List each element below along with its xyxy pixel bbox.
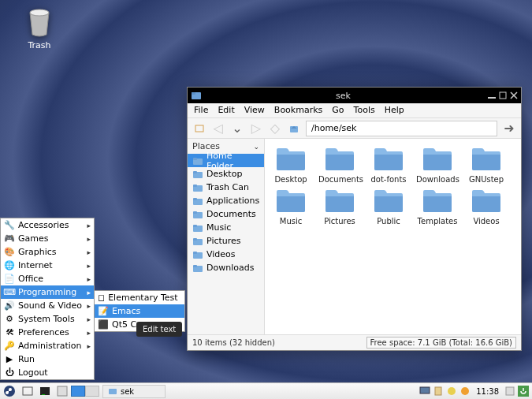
svg-point-35: [461, 387, 469, 395]
path-go-button[interactable]: ➜: [502, 121, 516, 136]
places-item-videos[interactable]: Videos: [188, 248, 264, 261]
submenu-item-emacs[interactable]: 📝Emacs: [95, 304, 184, 318]
window-titlebar[interactable]: sek: [188, 88, 521, 103]
menu-item-graphics[interactable]: 🎨Graphics▸: [1, 245, 94, 259]
window-minimize-button[interactable]: [488, 91, 496, 99]
submenu-arrow-icon: ▸: [87, 289, 91, 296]
place-icon: [192, 222, 203, 233]
menu-item-office[interactable]: 📄Office▸: [1, 272, 94, 285]
svg-rect-15: [193, 198, 197, 200]
folder-view[interactable]: DesktopDocumentsdot-fontsDownloadsGNUste…: [265, 139, 521, 334]
menu-item-system-tools[interactable]: ⚙System Tools▸: [1, 312, 94, 326]
menu-help[interactable]: Help: [385, 105, 404, 116]
folder-templates[interactable]: Templates: [416, 187, 459, 226]
fedora-icon: [3, 385, 16, 397]
menu-bookmarks[interactable]: Bookmarks: [274, 105, 322, 116]
workspace-1[interactable]: [71, 386, 85, 397]
svg-rect-23: [193, 252, 197, 254]
clock[interactable]: 11:38: [473, 387, 502, 396]
menu-edit[interactable]: Edit: [218, 105, 234, 116]
places-item-trash-can[interactable]: Trash Can: [188, 181, 264, 194]
submenu-arrow-icon: ▸: [87, 235, 91, 243]
menu-go[interactable]: Go: [332, 105, 344, 116]
menu-item-games[interactable]: 🎮Games▸: [1, 232, 94, 245]
menu-item-logout[interactable]: ⏻Logout: [1, 366, 94, 379]
category-icon: ⏻: [4, 367, 15, 378]
show-desktop-button[interactable]: [19, 385, 36, 398]
tray-display-icon[interactable]: [419, 386, 430, 397]
menu-item-preferences[interactable]: 🛠Preferences▸: [1, 326, 94, 339]
menu-tools[interactable]: Tools: [354, 105, 375, 116]
nav-history-button[interactable]: ⌄: [230, 121, 244, 136]
menu-item-internet[interactable]: 🌐Internet▸: [1, 259, 94, 272]
nav-forward-button[interactable]: ▷: [249, 121, 263, 136]
nav-home-button[interactable]: [287, 121, 301, 136]
terminal-launcher[interactable]: _: [36, 385, 54, 398]
svg-rect-3: [192, 92, 195, 95]
file-manager-window: sek File Edit View Bookmarks Go Tools He…: [187, 87, 522, 351]
folder-dot-fonts[interactable]: dot-fonts: [367, 145, 410, 184]
workspace-2[interactable]: [85, 386, 99, 397]
menu-item-sound-video[interactable]: 🔊Sound & Video▸: [1, 299, 94, 312]
folder-gnustep[interactable]: GNUstep: [465, 145, 508, 184]
svg-point-1: [30, 9, 49, 16]
status-items: 10 items (32 hidden): [192, 338, 275, 347]
tray-volume-icon[interactable]: [504, 386, 515, 397]
folder-videos[interactable]: Videos: [465, 187, 508, 226]
start-button[interactable]: [0, 385, 19, 398]
folder-documents[interactable]: Documents: [318, 145, 361, 184]
folder-icon: [323, 145, 356, 173]
folder-music[interactable]: Music: [270, 187, 312, 226]
menu-view[interactable]: View: [244, 105, 265, 116]
file-manager-launcher[interactable]: [54, 385, 71, 398]
folder-icon: [372, 187, 405, 215]
menu-item-run[interactable]: ▶Run: [1, 352, 94, 366]
places-item-pictures[interactable]: Pictures: [188, 234, 264, 248]
svg-rect-6: [195, 125, 203, 132]
folder-pictures[interactable]: Pictures: [318, 187, 361, 226]
tray-network-icon[interactable]: [446, 386, 457, 397]
window-close-button[interactable]: [510, 91, 518, 99]
submenu-arrow-icon: ▸: [87, 222, 91, 229]
places-item-home-folder[interactable]: Home Folder: [188, 154, 264, 167]
nav-back-button[interactable]: ◁: [211, 121, 225, 136]
menu-item-administration[interactable]: 🔑Administration▸: [1, 339, 94, 352]
places-item-downloads[interactable]: Downloads: [188, 261, 264, 274]
svg-point-34: [448, 387, 456, 395]
svg-rect-36: [506, 387, 514, 395]
tooltip: Edit text: [136, 322, 182, 337]
places-item-applications[interactable]: Applications: [188, 194, 264, 207]
category-icon: ▶: [4, 354, 15, 365]
nav-up-button[interactable]: ◇: [268, 121, 282, 136]
folder-icon: [421, 187, 454, 215]
menu-file[interactable]: File: [194, 105, 208, 116]
submenu-arrow-icon: ▸: [87, 315, 91, 323]
window-maximize-button[interactable]: [499, 91, 507, 99]
desktop-trash-label: Trash: [16, 40, 63, 50]
folder-desktop[interactable]: Desktop: [270, 145, 312, 184]
category-icon: 📄: [4, 274, 15, 285]
folder-icon: [372, 145, 405, 173]
tray-clipboard-icon[interactable]: [433, 386, 444, 397]
taskbar-task[interactable]: sek: [102, 385, 166, 398]
folder-downloads[interactable]: Downloads: [416, 145, 459, 184]
desktop-trash[interactable]: Trash: [16, 6, 63, 50]
svg-rect-32: [420, 387, 430, 393]
menu-item-programming[interactable]: ⌨Programming▸: [1, 285, 94, 299]
tray-updates-icon[interactable]: [459, 386, 471, 397]
trash-icon: [24, 6, 55, 38]
places-item-music[interactable]: Music: [188, 221, 264, 234]
folder-public[interactable]: Public: [367, 187, 410, 226]
logout-icon[interactable]: [518, 386, 529, 397]
svg-rect-17: [193, 211, 197, 214]
path-input[interactable]: [306, 121, 497, 136]
folder-icon: [274, 187, 307, 215]
places-item-documents[interactable]: Documents: [188, 207, 264, 221]
menu-item-accessories[interactable]: 🔧Accessories▸: [1, 218, 94, 232]
category-icon: 🔊: [4, 300, 15, 311]
category-icon: 🛠: [4, 327, 15, 338]
category-icon: 🌐: [4, 260, 15, 271]
submenu-item-elementary-test[interactable]: ◻Elementary Test: [95, 291, 184, 304]
place-icon: [192, 155, 203, 166]
new-tab-button[interactable]: [192, 121, 206, 136]
